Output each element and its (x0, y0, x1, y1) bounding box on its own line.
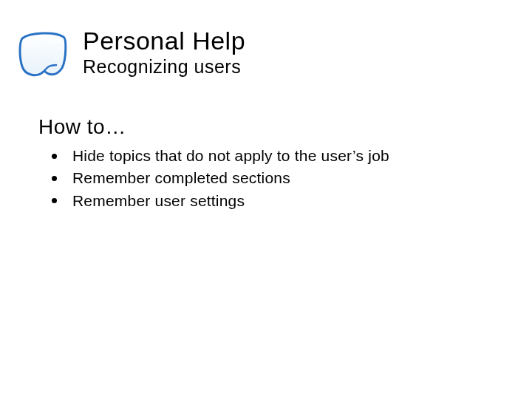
list-item: Hide topics that do not apply to the use… (52, 145, 502, 167)
bullet-list: Hide topics that do not apply to the use… (52, 145, 502, 212)
body: How to… Hide topics that do not apply to… (38, 115, 502, 212)
list-item: Remember user settings (52, 190, 502, 212)
page-title: Personal Help (83, 28, 245, 55)
note-page-icon (15, 28, 72, 80)
list-item: Remember completed sections (52, 167, 502, 189)
slide: Personal Help Recognizing users How to… … (0, 0, 532, 399)
page-subtitle: Recognizing users (83, 56, 245, 78)
title-block: Personal Help Recognizing users (83, 28, 245, 78)
section-heading: How to… (38, 115, 502, 139)
header: Personal Help Recognizing users (15, 28, 245, 80)
